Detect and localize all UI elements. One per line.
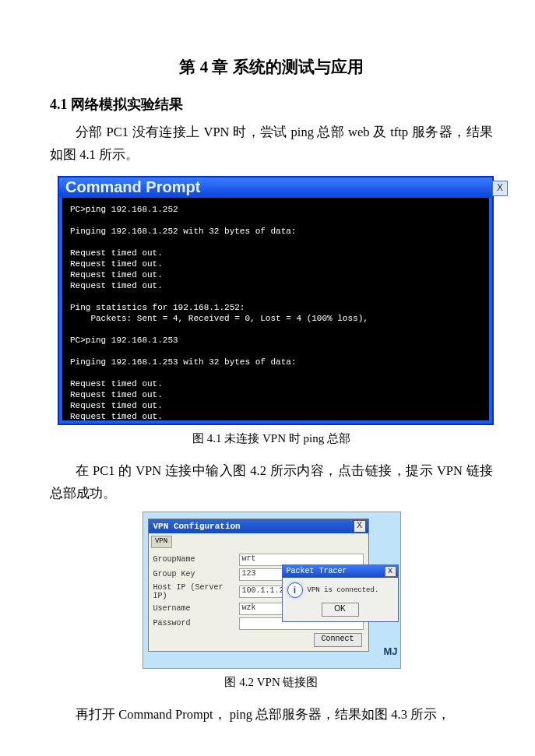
figure-4-2-caption: 图 4.2 VPN 链接图 xyxy=(50,675,493,690)
packet-tracer-dialog: Packet Tracer X i VPN is connected. OK xyxy=(282,564,399,622)
close-icon[interactable]: X xyxy=(354,520,366,533)
groupname-label: GroupName xyxy=(153,555,239,564)
command-prompt-output: PC>ping 192.168.1.252 Pinging 192.168.1.… xyxy=(62,198,489,420)
info-icon: i xyxy=(287,582,303,598)
command-prompt-titlebar: Command Prompt xyxy=(59,178,492,198)
figure-4-2: VPN Configuration X VPN GroupName wrt Gr… xyxy=(143,512,401,669)
vpn-titlebar: VPN Configuration X xyxy=(149,519,368,533)
chapter-title: 第 4 章 系统的测试与应用 xyxy=(50,56,493,78)
para-1: 分部 PC1 没有连接上 VPN 时，尝试 ping 总部 web 及 tftp… xyxy=(50,121,493,167)
command-prompt-title-text: Command Prompt xyxy=(65,178,200,196)
hostip-label: Host IP (Server IP) xyxy=(153,583,239,600)
watermark-mj: MJ xyxy=(383,645,397,657)
vpn-tab[interactable]: VPN xyxy=(151,536,172,548)
connect-button[interactable]: Connect xyxy=(314,633,362,647)
figure-4-1-caption: 图 4.1 未连接 VPN 时 ping 总部 xyxy=(50,431,493,446)
username-label: Username xyxy=(153,604,239,613)
section-4-1-title: 4.1 网络模拟实验结果 xyxy=(50,95,493,114)
close-icon[interactable]: X xyxy=(385,566,396,577)
command-prompt-window: X Command Prompt PC>ping 192.168.1.252 P… xyxy=(58,176,494,425)
vpn-connected-message: VPN is connected. xyxy=(308,586,379,594)
groupkey-label: Group Key xyxy=(153,570,239,578)
para-3: 再打开 Command Prompt， ping 总部服务器，结果如图 4.3 … xyxy=(50,704,493,726)
para-2: 在 PC1 的 VPN 连接中输入图 4.2 所示内容，点击链接，提示 VPN … xyxy=(50,460,493,505)
vpn-title-text: VPN Configuration xyxy=(153,522,241,531)
packet-tracer-title: Packet Tracer xyxy=(283,567,347,575)
password-label: Password xyxy=(153,619,239,628)
close-icon[interactable]: X xyxy=(492,181,508,196)
ok-button[interactable]: OK xyxy=(322,603,359,617)
